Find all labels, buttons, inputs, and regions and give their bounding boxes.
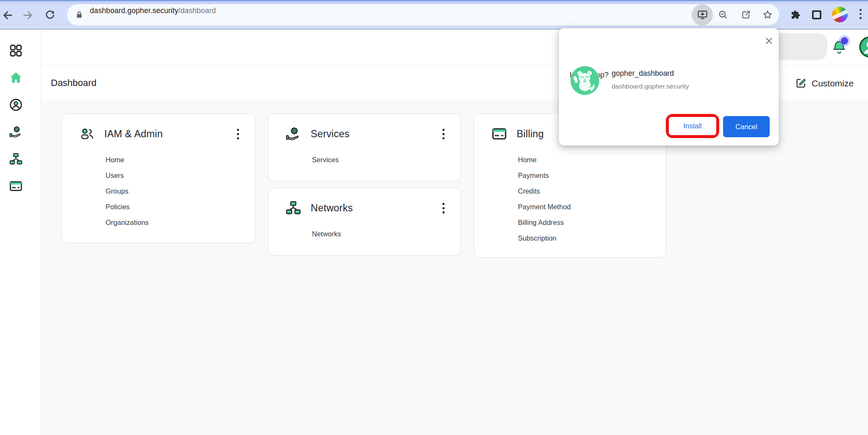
customize-label: Customize — [812, 78, 854, 89]
card-link[interactable]: Payment Method — [518, 199, 666, 215]
card-link[interactable]: Credits — [518, 183, 666, 199]
cancel-button[interactable]: Cancel — [723, 116, 770, 137]
forward-icon[interactable] — [21, 8, 35, 22]
card-link[interactable]: Home — [518, 152, 666, 168]
user-circle-icon[interactable] — [9, 98, 23, 112]
popup-app-domain: dashboard.gopher.security — [612, 82, 689, 90]
back-icon[interactable] — [1, 8, 14, 22]
url-path: /dashboard — [178, 6, 216, 15]
popup-app-name: gopher_dashboard — [612, 69, 674, 78]
reload-icon[interactable] — [43, 8, 57, 22]
credit-card-icon — [491, 126, 507, 142]
share-icon[interactable] — [740, 9, 751, 20]
network-icon — [285, 200, 301, 216]
card-link[interactable]: Policies — [106, 199, 255, 215]
browser-menu-dots[interactable] — [860, 9, 862, 19]
hand-gear-icon[interactable] — [9, 125, 23, 139]
close-icon[interactable] — [763, 35, 774, 46]
customize-button[interactable]: Customize — [795, 78, 854, 89]
card-link[interactable]: Users — [106, 168, 255, 183]
card-title: Services — [311, 128, 350, 140]
card-networks: Networks Networks — [268, 188, 461, 255]
gopher-app-avatar — [570, 66, 599, 95]
install-app-popup: Install app? gopher_dashboard dashboard.… — [559, 28, 779, 146]
sidebar — [0, 30, 41, 435]
card-title: IAM & Admin — [104, 128, 163, 140]
card-link[interactable]: Payments — [518, 168, 666, 183]
card-link[interactable]: Billing Address — [518, 215, 666, 230]
card-link[interactable]: Groups — [106, 183, 255, 199]
install-app-icon[interactable] — [692, 4, 713, 25]
profile-avatar[interactable] — [832, 7, 848, 22]
card-menu-dots[interactable] — [235, 127, 241, 141]
card-link[interactable]: Home — [106, 152, 255, 168]
zoom-out-icon[interactable] — [718, 9, 729, 20]
people-icon — [79, 126, 95, 142]
hand-gear-icon — [285, 126, 301, 142]
notification-bell-icon[interactable] — [831, 39, 848, 56]
card-services: Services Services — [268, 114, 461, 181]
url-host: dashboard.gopher.security — [90, 6, 178, 15]
install-button[interactable]: Install — [669, 117, 716, 135]
card-link[interactable]: Networks — [312, 226, 461, 242]
home-icon[interactable] — [9, 71, 23, 85]
network-icon[interactable] — [9, 152, 23, 166]
side-panel-icon[interactable] — [811, 9, 823, 21]
card-title: Networks — [311, 202, 353, 214]
card-link[interactable]: Services — [312, 152, 461, 168]
red-annotation-highlight: Install — [666, 114, 719, 138]
card-menu-dots[interactable] — [441, 201, 446, 215]
user-avatar-icon[interactable] — [859, 36, 868, 58]
page-title: Dashboard — [51, 78, 97, 89]
bookmark-star-icon[interactable] — [762, 9, 773, 20]
lock-icon[interactable] — [75, 10, 84, 22]
card-iam-admin: IAM & Admin Home Users Groups Policies O… — [61, 114, 256, 243]
extensions-puzzle-icon[interactable] — [789, 9, 801, 21]
screen: dashboard.gopher.security/dashboard — [0, 0, 868, 435]
card-link[interactable]: Organizations — [106, 215, 255, 230]
card-menu-dots[interactable] — [441, 127, 446, 141]
browser-toolbar: dashboard.gopher.security/dashboard — [0, 0, 868, 30]
edit-pencil-icon — [795, 78, 807, 89]
card-title: Billing — [517, 128, 544, 140]
card-link[interactable]: Subscription — [518, 230, 666, 246]
notification-dot — [841, 37, 848, 44]
credit-card-icon[interactable] — [9, 179, 23, 193]
apps-grid-icon[interactable] — [9, 44, 23, 58]
url-text: dashboard.gopher.security/dashboard — [90, 6, 216, 15]
